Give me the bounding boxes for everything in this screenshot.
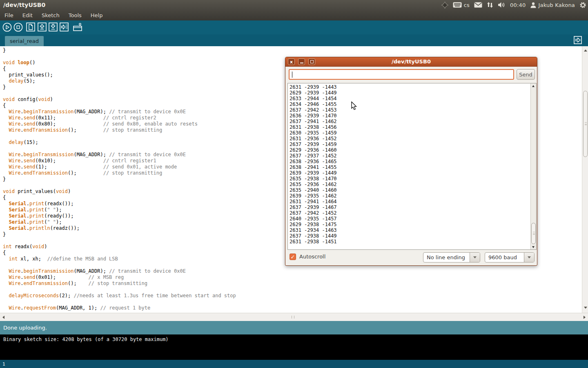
serial-monitor-controls: ✓ Autoscroll No line ending 9600 baud bbox=[285, 252, 537, 263]
serial-output-text: 2631 -2939 -1443 2629 -2939 -1449 2633 -… bbox=[290, 84, 337, 245]
line-ending-value: No line ending bbox=[423, 253, 470, 262]
scrollbar-grip bbox=[292, 316, 294, 319]
send-button[interactable]: Send bbox=[517, 69, 535, 80]
scroll-up-arrow-icon[interactable] bbox=[532, 85, 535, 87]
autoscroll-label: Autoscroll bbox=[299, 254, 325, 260]
chevron-down-icon bbox=[528, 256, 531, 258]
screen: /dev/ttyUSB0 cs 00:40 Jakub Kakona bbox=[0, 0, 588, 368]
footer-line-indicator: 1 bbox=[0, 360, 588, 368]
new-sketch-button[interactable] bbox=[26, 22, 35, 32]
scroll-down-arrow-icon[interactable] bbox=[584, 307, 587, 309]
baud-rate-dropdown[interactable]: 9600 baud bbox=[485, 252, 535, 263]
editor-vertical-scrollbar[interactable] bbox=[582, 46, 588, 313]
upload-button[interactable] bbox=[60, 22, 69, 32]
scroll-left-arrow-icon[interactable] bbox=[2, 316, 4, 319]
serial-monitor-icon bbox=[72, 22, 83, 32]
editor-horizontal-scrollbar[interactable] bbox=[0, 313, 588, 321]
autoscroll-checkbox[interactable]: ✓ bbox=[290, 254, 296, 260]
save-button[interactable] bbox=[49, 22, 58, 32]
volume-icon[interactable] bbox=[498, 2, 506, 8]
editor-scrollbar-thumb[interactable] bbox=[583, 91, 588, 157]
tab-label: serial_read bbox=[10, 38, 39, 44]
serial-scrollbar-thumb[interactable] bbox=[531, 223, 536, 244]
line-number-label: 1 bbox=[2, 361, 5, 367]
serial-output-area[interactable]: 2631 -2939 -1443 2629 -2939 -1449 2633 -… bbox=[287, 83, 537, 250]
tab-bar: serial_read bbox=[0, 34, 588, 46]
menu-item-sketch[interactable]: Sketch bbox=[37, 11, 64, 20]
menu-item-edit[interactable]: Edit bbox=[18, 11, 37, 20]
menu-item-tools[interactable]: Tools bbox=[64, 11, 86, 20]
arrow-down-icon bbox=[49, 22, 58, 31]
line-ending-dropdown[interactable]: No line ending bbox=[423, 252, 480, 263]
menu-item-file[interactable]: File bbox=[0, 11, 18, 20]
build-console: Binary sketch size: 4208 bytes (of a 307… bbox=[0, 334, 588, 360]
tab-menu-button[interactable] bbox=[574, 36, 582, 44]
clock-label[interactable]: 00:40 bbox=[510, 2, 526, 8]
verify-button[interactable] bbox=[2, 22, 12, 32]
send-button-label: Send bbox=[519, 72, 532, 78]
status-bar: Done uploading. bbox=[0, 321, 588, 334]
session-gear-icon[interactable] bbox=[579, 2, 586, 9]
serial-monitor-button[interactable] bbox=[72, 22, 83, 32]
scroll-down-arrow-icon[interactable] bbox=[532, 246, 535, 248]
network-sync-icon[interactable] bbox=[487, 2, 493, 8]
arrow-up-icon bbox=[38, 22, 47, 31]
new-file-icon bbox=[26, 22, 35, 31]
dropdown-arrow-button[interactable] bbox=[524, 253, 534, 262]
top-panel: /dev/ttyUSB0 cs 00:40 Jakub Kakona bbox=[0, 0, 588, 10]
play-icon bbox=[2, 22, 12, 32]
arrow-right-icon bbox=[60, 22, 69, 31]
serial-monitor-title: /dev/ttyUSB0 bbox=[285, 58, 537, 65]
scrollbar-grip bbox=[533, 232, 535, 235]
keyboard-layout-icon[interactable]: cs bbox=[453, 2, 470, 8]
tab-serial-read[interactable]: serial_read bbox=[5, 36, 44, 46]
user-name-label: Jakub Kakona bbox=[539, 2, 575, 8]
serial-scrollbar[interactable] bbox=[530, 83, 536, 249]
console-text: Binary sketch size: 4208 bytes (of a 307… bbox=[3, 337, 169, 342]
stop-button[interactable] bbox=[13, 22, 23, 32]
scroll-right-arrow-icon[interactable] bbox=[584, 316, 586, 319]
menu-item-help[interactable]: Help bbox=[86, 11, 107, 20]
keyboard-layout-label: cs bbox=[464, 2, 470, 8]
serial-monitor-titlebar[interactable]: x /dev/ttyUSB0 bbox=[285, 57, 537, 67]
system-tray: cs 00:40 Jakub Kakona bbox=[441, 0, 586, 10]
code-text: } void loop() { print_values(); delay(5)… bbox=[3, 47, 236, 311]
mouse-cursor bbox=[351, 101, 357, 112]
mail-icon[interactable] bbox=[474, 2, 482, 8]
serial-input-field[interactable] bbox=[289, 69, 514, 80]
open-button[interactable] bbox=[38, 22, 47, 32]
scrollbar-grip bbox=[585, 122, 587, 125]
baud-rate-value: 9600 baud bbox=[485, 253, 524, 262]
indicator-icon[interactable] bbox=[441, 2, 448, 9]
text-caret bbox=[292, 72, 292, 78]
menubar: FileEditSketchToolsHelp bbox=[0, 10, 107, 20]
chevron-down-icon bbox=[473, 256, 477, 258]
checkmark-icon: ✓ bbox=[291, 254, 295, 260]
panel-window-title: /dev/ttyUSB0 bbox=[0, 2, 45, 8]
dropdown-arrow-button[interactable] bbox=[470, 253, 480, 262]
user-menu[interactable]: Jakub Kakona bbox=[530, 2, 575, 8]
serial-monitor-window: x /dev/ttyUSB0 Send 2631 -2939 -1443 262… bbox=[285, 57, 537, 266]
scroll-up-arrow-icon[interactable] bbox=[584, 49, 587, 52]
stop-icon bbox=[13, 22, 23, 32]
status-message: Done uploading. bbox=[3, 325, 47, 331]
toolbar bbox=[0, 20, 588, 34]
